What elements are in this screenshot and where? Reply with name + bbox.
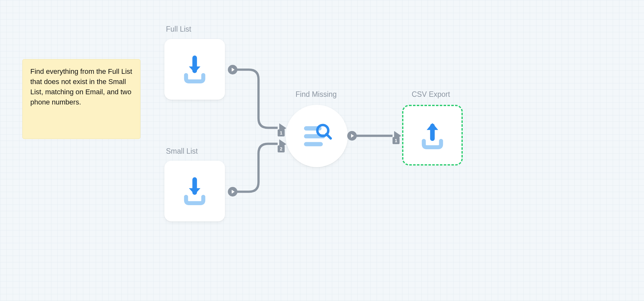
download-icon <box>180 177 209 205</box>
node-small-list[interactable] <box>164 161 225 221</box>
diagram-canvas[interactable]: Find everything from the Full List that … <box>0 0 644 301</box>
port-out-small-list[interactable] <box>228 187 237 197</box>
upload-icon <box>418 121 447 150</box>
port-badge-find-missing-1: 1 <box>278 129 285 136</box>
search-list-icon <box>302 121 332 151</box>
node-csv-export[interactable] <box>402 105 463 166</box>
node-label-find-missing: Find Missing <box>296 90 337 99</box>
sticky-note[interactable]: Find everything from the Full List that … <box>22 59 140 139</box>
port-badge-csv-export-1: 1 <box>393 137 400 144</box>
svg-rect-2 <box>304 142 323 146</box>
port-badge-find-missing-2: 2 <box>278 145 285 152</box>
port-out-full-list[interactable] <box>228 65 237 74</box>
node-label-full-list: Full List <box>166 25 191 34</box>
node-full-list[interactable] <box>164 39 225 100</box>
sticky-note-text: Find everything from the Full List that … <box>30 67 132 106</box>
node-find-missing[interactable] <box>286 105 348 167</box>
download-icon <box>180 55 209 84</box>
node-label-csv-export: CSV Export <box>412 90 450 99</box>
node-label-small-list: Small List <box>166 147 198 156</box>
port-out-find-missing[interactable] <box>347 131 357 141</box>
